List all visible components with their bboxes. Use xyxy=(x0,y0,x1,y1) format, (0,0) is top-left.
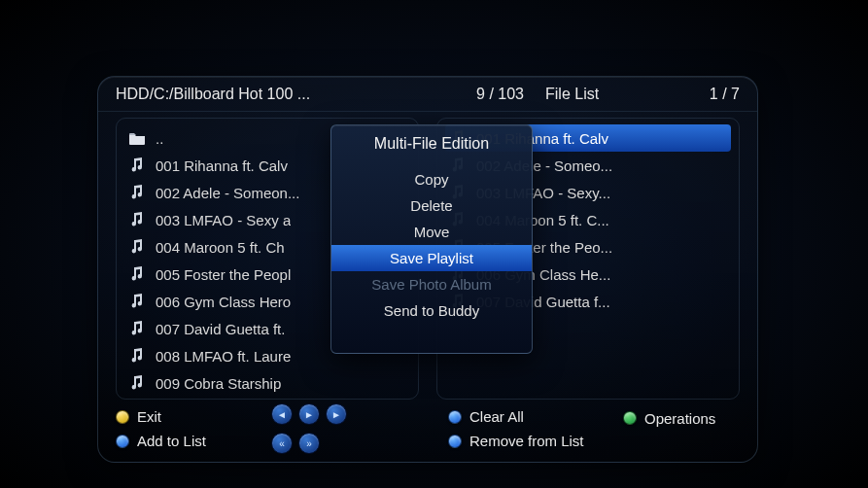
music-note-icon xyxy=(128,157,146,173)
file-list-heading: File List xyxy=(545,86,652,103)
multi-file-edition-menu[interactable]: Multi-File Edition CopyDeleteMoveSave Pl… xyxy=(330,124,533,354)
list-item-label: 007 David Guetta ft. xyxy=(156,321,285,337)
menu-item-send-to-buddy[interactable]: Send to Buddy xyxy=(331,297,532,324)
list-item-label: 001 Rihanna ft. Calv xyxy=(156,157,288,174)
header-row: HDD/C:/Billboard Hot 100 ... 9 / 103 Fil… xyxy=(98,77,757,112)
hint-clear-all: Clear All xyxy=(448,408,613,425)
fast-forward-button[interactable]: » xyxy=(298,433,320,454)
menu-item-save-photo-album: Save Photo Album xyxy=(331,271,532,297)
yellow-dot-icon xyxy=(116,410,129,424)
menu-item-move[interactable]: Move xyxy=(331,219,532,245)
footer-hints: Exit Add to List ◄ ► ► « » Clear All Rem… xyxy=(98,400,757,458)
right-pane-counter: 1 / 7 xyxy=(652,86,740,103)
folder-up-icon xyxy=(128,131,146,145)
menu-item-delete[interactable]: Delete xyxy=(331,192,532,219)
music-note-icon xyxy=(128,348,146,364)
music-note-icon xyxy=(128,212,146,227)
blue-dot-icon xyxy=(448,410,462,424)
music-note-icon xyxy=(128,185,146,200)
menu-item-save-playlist[interactable]: Save Playlist xyxy=(331,245,532,271)
left-pane-counter: 9 / 103 xyxy=(436,86,524,103)
menu-item-copy[interactable]: Copy xyxy=(331,166,532,192)
list-item-label: 003 LMFAO - Sexy a xyxy=(156,212,291,228)
hint-remove-from-list: Remove from List xyxy=(448,433,613,449)
playback-controls-row1: ◄ ► ► xyxy=(271,403,378,425)
music-note-icon xyxy=(128,375,146,391)
list-item-label: 004 Maroon 5 ft. Ch xyxy=(156,239,285,256)
play-button[interactable]: ► xyxy=(298,403,320,425)
list-item[interactable]: 009 Cobra Starship xyxy=(124,369,410,397)
list-item-label: .. xyxy=(156,130,163,147)
breadcrumb-path: HDD/C:/Billboard Hot 100 ... xyxy=(116,86,436,103)
music-note-icon xyxy=(128,321,146,336)
hint-operations: Operations xyxy=(623,410,740,427)
popup-title: Multi-File Edition xyxy=(331,125,532,166)
prev-track-button[interactable]: ◄ xyxy=(271,403,293,425)
music-note-icon xyxy=(128,266,146,282)
music-note-icon xyxy=(128,239,146,255)
playback-controls-row2: « » xyxy=(271,433,378,454)
green-dot-icon xyxy=(623,411,637,425)
list-item-label: 005 Foster the Peopl xyxy=(156,266,291,283)
list-item-label: 002 Adele - Someon... xyxy=(156,185,299,201)
list-item-label: 009 Cobra Starship xyxy=(156,375,281,392)
hint-add-to-list: Add to List xyxy=(116,433,261,449)
blue-dot-icon xyxy=(116,435,129,448)
next-track-button[interactable]: ► xyxy=(326,403,347,425)
music-note-icon xyxy=(128,294,146,309)
blue-dot-icon xyxy=(448,435,462,448)
list-item-label: 006 Gym Class Hero xyxy=(156,294,291,310)
hint-exit: Exit xyxy=(116,408,261,425)
rewind-button[interactable]: « xyxy=(271,433,293,454)
list-item-label: 008 LMFAO ft. Laure xyxy=(156,348,291,365)
